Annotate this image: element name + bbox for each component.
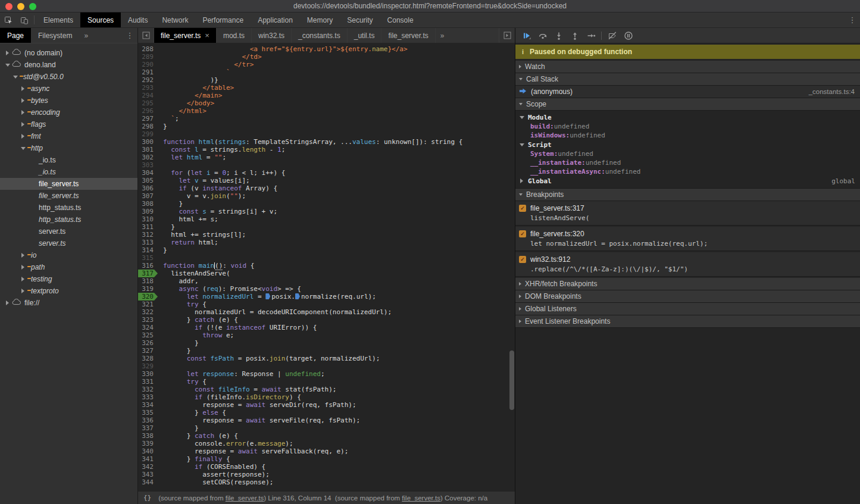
line-number[interactable]: 312: [138, 231, 158, 239]
tree-item-io-ts[interactable]: _io.ts: [0, 154, 137, 166]
code-line[interactable]: 330 let response: Response | undefined;: [138, 370, 515, 378]
tree-item-std-v0-50-0[interactable]: std@v0.50.0: [0, 71, 137, 83]
code-line[interactable]: 290 </tr>: [138, 61, 515, 68]
code-line[interactable]: 306 if (v instanceof Array) {: [138, 184, 515, 192]
tree-item-file-server-ts[interactable]: file_server.ts: [0, 190, 137, 202]
line-number[interactable]: 300: [138, 138, 158, 146]
code-line[interactable]: 310 html += s;: [138, 215, 515, 223]
line-number[interactable]: 304: [138, 169, 158, 177]
line-number[interactable]: 313: [138, 239, 158, 246]
tab-audits[interactable]: Audits: [121, 12, 155, 27]
line-number[interactable]: 343: [138, 471, 158, 478]
line-number[interactable]: 326: [138, 339, 158, 347]
line-number[interactable]: 334: [138, 401, 158, 409]
scope-property[interactable]: isWindows: undefined: [515, 131, 860, 140]
line-number[interactable]: 344: [138, 478, 158, 486]
tree-item-fmt[interactable]: fmt: [0, 130, 137, 142]
line-number[interactable]: 294: [138, 92, 158, 99]
tree-item-encoding[interactable]: encoding: [0, 107, 137, 118]
line-number[interactable]: 314: [138, 246, 158, 254]
navigator-overflow-icon[interactable]: »: [79, 28, 93, 43]
code-line[interactable]: 315: [138, 254, 515, 262]
line-number[interactable]: 298: [138, 123, 158, 130]
inline-breakpoint-marker-icon[interactable]: [265, 293, 270, 299]
event-listener-section-header[interactable]: Event Listener Breakpoints: [515, 315, 860, 328]
code-line[interactable]: 326 }: [138, 339, 515, 347]
tab-memory[interactable]: Memory: [300, 12, 340, 27]
inline-breakpoint-marker-icon[interactable]: [295, 293, 300, 299]
code-line[interactable]: 328 const fsPath = posix.join(target, no…: [138, 355, 515, 362]
line-number[interactable]: 322: [138, 308, 158, 316]
step-into-button[interactable]: [551, 28, 567, 43]
code-line[interactable]: 327 }: [138, 347, 515, 355]
code-line[interactable]: 342 if (CORSEnabled) {: [138, 463, 515, 471]
navigator-tab-filesystem[interactable]: Filesystem: [31, 28, 79, 43]
line-number[interactable]: 342: [138, 463, 158, 471]
scope-property[interactable]: System: undefined: [515, 149, 860, 158]
line-number[interactable]: 290: [138, 61, 158, 68]
tree-item-server-ts[interactable]: server.ts: [0, 237, 137, 249]
scope-section-header[interactable]: Scope: [515, 98, 860, 111]
status-file-link[interactable]: file_server.ts: [402, 494, 440, 502]
code-line[interactable]: 294 </main>: [138, 92, 515, 99]
code-line[interactable]: 302 let html = "";: [138, 154, 515, 161]
breakpoint-checkbox[interactable]: ✓: [519, 230, 526, 237]
code-line[interactable]: 320 let normalizedUrl = posix.normalize(…: [138, 293, 515, 300]
code-line[interactable]: 289 </td>: [138, 53, 515, 61]
code-line[interactable]: 314}: [138, 246, 515, 254]
code-line[interactable]: 292 )}: [138, 76, 515, 84]
code-line[interactable]: 343 assert(response);: [138, 471, 515, 478]
pretty-print-button[interactable]: {}: [143, 494, 151, 502]
zoom-window-button[interactable]: [29, 3, 36, 10]
code-line[interactable]: 322 normalizedUrl = decodeURIComponent(n…: [138, 308, 515, 316]
code-line[interactable]: 333 if (fileInfo.isDirectory) {: [138, 393, 515, 401]
tree-item-deno-land[interactable]: deno.land: [0, 59, 137, 71]
code-line[interactable]: 319 async (req): Promise<void> => {: [138, 285, 515, 293]
line-number[interactable]: 311: [138, 223, 158, 231]
code-line[interactable]: 291 `: [138, 68, 515, 76]
xhr-section-header[interactable]: XHR/fetch Breakpoints: [515, 278, 860, 290]
breakpoint-checkbox[interactable]: ✓: [519, 205, 526, 212]
code-line[interactable]: 321 try {: [138, 300, 515, 308]
tree-item-file[interactable]: file://: [0, 297, 137, 309]
code-line[interactable]: 344 setCORS(response);: [138, 478, 515, 486]
expand-debugger-icon[interactable]: [499, 28, 515, 43]
line-number[interactable]: 289: [138, 53, 158, 61]
line-number[interactable]: 315: [138, 254, 158, 262]
line-number[interactable]: 327: [138, 347, 158, 355]
scope-property[interactable]: build: undefined: [515, 122, 860, 131]
code-line[interactable]: 295 </body>: [138, 99, 515, 107]
tree-item-io-ts[interactable]: _io.ts: [0, 166, 137, 178]
line-number[interactable]: 307: [138, 192, 158, 200]
editor-tab-file-server-ts[interactable]: file_server.ts: [381, 28, 435, 43]
line-number[interactable]: 305: [138, 177, 158, 184]
code-line[interactable]: 312 html += strings[l];: [138, 231, 515, 239]
tree-item-path[interactable]: path: [0, 261, 137, 273]
pause-on-exceptions-button[interactable]: [620, 28, 636, 43]
tree-item-async[interactable]: async: [0, 83, 137, 95]
editor-tab-constants-ts[interactable]: _constants.ts: [292, 28, 348, 43]
code-line[interactable]: 339 console.error(e.message);: [138, 440, 515, 447]
frame-location[interactable]: _constants.ts:4: [809, 88, 855, 95]
code-line[interactable]: 308 }: [138, 200, 515, 208]
breakpoint-checkbox[interactable]: ✓: [519, 256, 526, 263]
editor-tab-util-ts[interactable]: _util.ts: [348, 28, 382, 43]
line-number[interactable]: 324: [138, 324, 158, 331]
line-number[interactable]: 296: [138, 107, 158, 115]
code-line[interactable]: 303: [138, 161, 515, 169]
tree-item-io[interactable]: io: [0, 249, 137, 261]
code-line[interactable]: 304 for (let i = 0; i < l; i++) {: [138, 169, 515, 177]
watch-section-header[interactable]: Watch: [515, 61, 860, 73]
scope-property[interactable]: __instantiate: undefined: [515, 158, 860, 167]
dom-section-header[interactable]: DOM Breakpoints: [515, 290, 860, 303]
tree-item-flags[interactable]: flags: [0, 118, 137, 130]
step-over-button[interactable]: [534, 28, 551, 43]
code-line[interactable]: 300function html(strings: TemplateString…: [138, 138, 515, 146]
editor-tab-win32-ts[interactable]: win32.ts: [252, 28, 292, 43]
line-number[interactable]: 288: [138, 45, 158, 53]
tree-item-file-server-ts[interactable]: file_server.ts: [0, 178, 137, 190]
navigator-more-options-icon[interactable]: ⋮: [122, 28, 137, 43]
line-number[interactable]: 337: [138, 424, 158, 432]
scope-group-global[interactable]: Globalglobal: [515, 176, 860, 186]
code-line[interactable]: 311 }: [138, 223, 515, 231]
